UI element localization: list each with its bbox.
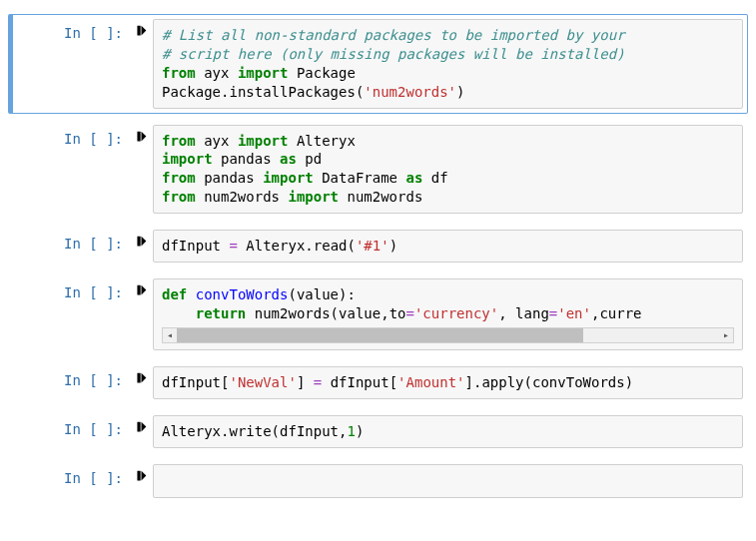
prompt-area: In [ ]: [17,464,129,486]
prompt-area: In [ ]: [17,230,129,252]
prompt-label: In [ ]: [64,131,123,147]
run-cell-button[interactable] [129,464,153,485]
scroll-right-arrow-icon[interactable]: ▸ [719,328,733,342]
prompt-area: In [ ]: [17,125,129,147]
run-icon [135,283,148,299]
scroll-track[interactable] [177,328,719,342]
code-text[interactable]: dfInput = Alteryx.read('#1') [162,237,734,256]
code-text[interactable]: # List all non-standard packages to be i… [162,26,734,102]
prompt-label: In [ ]: [64,236,123,252]
scroll-thumb[interactable] [177,328,583,342]
code-cell[interactable]: In [ ]:from ayx import Alteryx import pa… [8,120,748,220]
notebook: In [ ]:# List all non-standard packages … [0,0,756,529]
code-cell[interactable]: In [ ]:dfInput = Alteryx.read('#1') [8,225,748,268]
run-icon [135,235,148,251]
run-cell-button[interactable] [129,230,153,251]
run-icon [135,24,148,40]
prompt-area: In [ ]: [17,19,129,41]
prompt-area: In [ ]: [17,415,129,437]
run-icon [135,469,148,485]
code-input[interactable]: dfInput = Alteryx.read('#1') [153,230,743,263]
code-input[interactable]: # List all non-standard packages to be i… [153,19,743,109]
run-cell-button[interactable] [129,278,153,299]
code-cell[interactable]: In [ ]:# List all non-standard packages … [8,14,748,114]
prompt-label: In [ ]: [64,372,123,388]
prompt-label: In [ ]: [64,470,123,486]
code-input[interactable]: def convToWords(value): return num2words… [153,278,743,350]
run-icon [135,420,148,436]
code-input[interactable] [153,464,743,498]
prompt-label: In [ ]: [64,284,123,300]
run-icon [135,371,148,387]
run-cell-button[interactable] [129,415,153,436]
code-input[interactable]: from ayx import Alteryx import pandas as… [153,125,743,215]
code-cell[interactable]: In [ ]:def convToWords(value): return nu… [8,273,748,355]
code-cell[interactable]: In [ ]:dfInput['NewVal'] = dfInput['Amou… [8,361,748,404]
code-text[interactable]: def convToWords(value): return num2words… [162,285,734,323]
run-cell-button[interactable] [129,19,153,40]
run-icon [135,130,148,146]
prompt-area: In [ ]: [17,278,129,300]
code-text[interactable]: dfInput['NewVal'] = dfInput['Amount'].ap… [162,373,734,392]
code-cell[interactable]: In [ ]:Alteryx.write(dfInput,1) [8,410,748,453]
code-input[interactable]: Alteryx.write(dfInput,1) [153,415,743,448]
prompt-label: In [ ]: [64,421,123,437]
scroll-left-arrow-icon[interactable]: ◂ [163,328,177,342]
run-cell-button[interactable] [129,366,153,387]
prompt-area: In [ ]: [17,366,129,388]
code-cell[interactable]: In [ ]: [8,459,748,503]
code-input[interactable]: dfInput['NewVal'] = dfInput['Amount'].ap… [153,366,743,399]
code-text[interactable]: Alteryx.write(dfInput,1) [162,422,734,441]
prompt-label: In [ ]: [64,25,123,41]
horizontal-scrollbar[interactable]: ◂▸ [162,327,734,343]
code-text[interactable]: from ayx import Alteryx import pandas as… [162,132,734,208]
run-cell-button[interactable] [129,125,153,146]
